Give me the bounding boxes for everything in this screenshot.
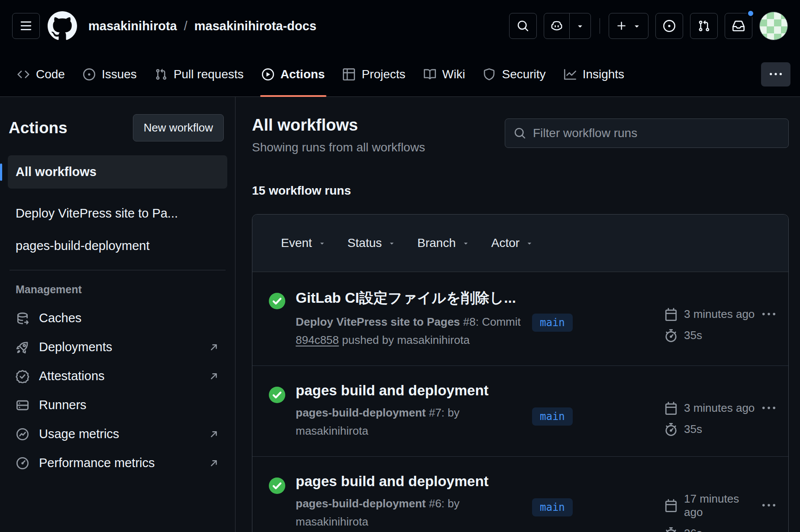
branch-badge[interactable]: main	[532, 498, 573, 516]
create-new-button[interactable]	[609, 13, 648, 39]
notification-dot	[747, 10, 755, 17]
tab-security[interactable]: Security	[475, 52, 553, 96]
run-time: 17 minutes ago	[684, 492, 756, 519]
copilot-button[interactable]	[544, 13, 569, 38]
avatar[interactable]	[759, 12, 788, 40]
sidebar-item-workflow-pages-build-deployment[interactable]: pages-build-deployment	[8, 230, 227, 262]
tab-label: Actions	[281, 67, 325, 81]
tab-issues[interactable]: Issues	[75, 52, 145, 96]
triangle-down-icon	[462, 239, 470, 247]
external-link-icon	[208, 342, 219, 353]
notifications-button[interactable]	[725, 13, 752, 39]
filter-workflow-runs-field	[505, 119, 789, 148]
stopwatch-icon	[665, 423, 677, 436]
graph-icon	[564, 68, 576, 80]
tab-label: Code	[36, 67, 65, 81]
run-description: pages-build-deployment #7: by masakinihi…	[296, 404, 522, 440]
kebab-horizontal-icon	[770, 68, 782, 80]
page-subtitle: Showing runs from all workflows	[252, 141, 425, 154]
runs-filter-bar: Event Status Branch Actor	[252, 215, 788, 272]
sidebar-item-all-workflows[interactable]: All workflows	[8, 155, 227, 189]
run-time: 3 minutes ago	[684, 401, 755, 415]
calendar-icon	[665, 308, 677, 321]
sidebar-item-label: Attestations	[39, 369, 105, 383]
run-duration-line: 36s	[665, 527, 775, 532]
hamburger-menu-button[interactable]	[12, 13, 40, 39]
sidebar-title: Actions	[9, 119, 68, 137]
sidebar-item-attestations[interactable]: Attestations	[8, 362, 227, 391]
run-duration: 35s	[684, 329, 702, 342]
sidebar-item-usage-metrics[interactable]: Usage metrics	[8, 420, 227, 449]
tab-pull-requests[interactable]: Pull requests	[147, 52, 252, 96]
filter-status-button[interactable]: Status	[348, 236, 396, 250]
breadcrumb-owner[interactable]: masakinihirota	[88, 19, 177, 33]
tab-code[interactable]: Code	[10, 52, 73, 96]
commit-link[interactable]: 894c858	[296, 333, 339, 346]
global-pull-requests-button[interactable]	[690, 13, 718, 39]
branch-badge[interactable]: main	[532, 314, 573, 332]
copilot-dropdown-button[interactable]	[569, 13, 590, 38]
kebab-horizontal-icon	[762, 499, 775, 512]
sidebar-item-label: Performance metrics	[39, 456, 155, 470]
run-branch-cell: main	[532, 288, 619, 349]
chevron-down-icon	[632, 22, 641, 30]
branch-badge[interactable]: main	[532, 407, 573, 426]
run-meta: 17 minutes ago 36s	[665, 473, 775, 532]
filter-workflow-runs-input[interactable]	[533, 126, 780, 140]
copilot-split-button	[544, 13, 591, 39]
sidebar-item-label: Deployments	[39, 340, 112, 354]
sidebar-item-runners[interactable]: Runners	[8, 391, 227, 420]
tab-label: Issues	[102, 67, 137, 81]
run-meta: 3 minutes ago 35s	[665, 288, 775, 349]
workflow-name: Deploy VitePress site to Pages	[296, 315, 460, 328]
run-menu-button[interactable]	[762, 402, 775, 415]
run-title-link[interactable]: pages build and deployment	[296, 382, 522, 399]
chevron-down-icon	[576, 22, 584, 30]
run-duration-line: 35s	[665, 423, 775, 436]
tab-insights[interactable]: Insights	[556, 52, 632, 96]
filter-label: Status	[348, 236, 382, 250]
run-title-link[interactable]: pages build and deployment	[296, 473, 522, 490]
tab-wiki[interactable]: Wiki	[416, 52, 473, 96]
github-logo[interactable]	[48, 11, 77, 41]
tab-projects[interactable]: Projects	[335, 52, 413, 96]
runs-count: 15 workflow runs	[252, 184, 789, 198]
breadcrumb: masakinihirota / masakinihirota-docs	[88, 19, 316, 33]
filter-actor-button[interactable]: Actor	[491, 236, 533, 250]
plus-icon	[616, 20, 627, 32]
tabs-overflow-button[interactable]	[761, 62, 790, 87]
breadcrumb-repo[interactable]: masakinihirota-docs	[194, 19, 316, 33]
tab-actions[interactable]: Actions	[254, 52, 333, 96]
run-branch-cell: main	[532, 473, 619, 532]
search-button[interactable]	[509, 13, 537, 39]
sidebar-item-caches[interactable]: Caches	[8, 304, 227, 333]
run-menu-button[interactable]	[762, 499, 775, 512]
sidebar-item-performance-metrics[interactable]: Performance metrics	[8, 449, 227, 478]
triangle-down-icon	[318, 239, 326, 247]
header-divider	[600, 18, 600, 34]
run-menu-button[interactable]	[762, 308, 775, 321]
stopwatch-icon	[665, 527, 677, 532]
notifications-wrap	[725, 13, 752, 39]
external-link-icon	[208, 458, 219, 469]
filter-event-button[interactable]: Event	[281, 236, 326, 250]
main-header-text: All workflows Showing runs from all work…	[252, 116, 425, 154]
sidebar-item-deployments[interactable]: Deployments	[8, 333, 227, 362]
run-summary: pages build and deployment pages-build-d…	[296, 473, 522, 532]
server-icon	[16, 398, 29, 412]
issue-opened-icon	[83, 68, 95, 80]
main-header: All workflows Showing runs from all work…	[252, 116, 789, 154]
copilot-icon	[550, 19, 563, 32]
tab-label: Security	[502, 67, 545, 81]
global-issues-button[interactable]	[655, 13, 683, 39]
filter-branch-button[interactable]: Branch	[417, 236, 470, 250]
sidebar-item-label: All workflows	[16, 165, 97, 179]
run-title-link[interactable]: GitLab CI設定ファイルを削除し...	[296, 288, 522, 308]
header-actions	[509, 12, 788, 40]
hamburger-icon	[20, 20, 32, 32]
triangle-down-icon	[526, 239, 533, 247]
new-workflow-button[interactable]: New workflow	[133, 114, 224, 141]
sidebar-item-label: Usage metrics	[39, 427, 119, 441]
run-description: Deploy VitePress site to Pages #8: Commi…	[296, 313, 522, 349]
sidebar-item-workflow-deploy-vitepress[interactable]: Deploy VitePress site to Pa...	[8, 197, 227, 230]
